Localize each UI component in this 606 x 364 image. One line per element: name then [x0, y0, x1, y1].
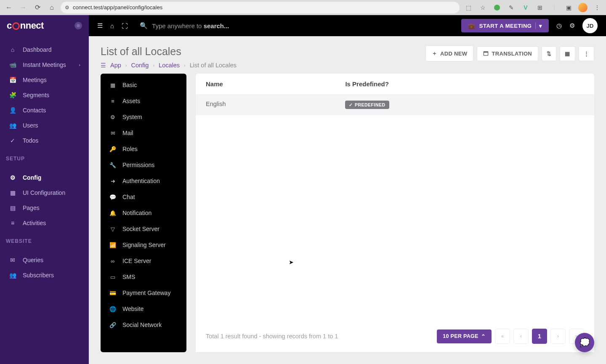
section-setup-label: SETUP	[0, 148, 89, 164]
translation-label: TRANSLATION	[492, 50, 532, 57]
sidebar-item-label: Users	[23, 122, 38, 129]
config-item-basic[interactable]: ▦Basic	[101, 77, 186, 93]
plus-icon: ＋	[432, 50, 437, 57]
sidebar-item-activities[interactable]: ≡Activities	[0, 215, 89, 231]
add-new-button[interactable]: ＋ ADD NEW	[425, 45, 474, 61]
browser-reload-button[interactable]: ⟳	[32, 2, 43, 13]
config-item-socket-server[interactable]: ▽Socket Server	[101, 221, 186, 237]
sidebar-item-users[interactable]: 👥Users	[0, 118, 89, 133]
global-search[interactable]: 🔍 Type anywhere to search...	[136, 22, 454, 29]
translation-button[interactable]: 🗔 TRANSLATION	[477, 46, 538, 61]
grid-view-button[interactable]: ▦	[560, 46, 575, 61]
config-item-label: Notification	[122, 210, 152, 216]
sidebar-item-meetings[interactable]: 📅Meetings	[0, 72, 89, 88]
notification-icon: 🔔	[109, 210, 117, 216]
sidebar-collapse-toggle[interactable]	[74, 22, 82, 29]
brand-logo[interactable]: c nnect	[7, 20, 44, 31]
extensions-icon[interactable]: ⊞	[534, 2, 545, 13]
page-number-button[interactable]: 1	[532, 329, 547, 344]
config-item-signaling-server[interactable]: 📶Signaling Server	[101, 237, 186, 253]
translate-icon: 🗔	[483, 50, 489, 57]
sidebar-item-subscribers[interactable]: 👥Subscribers	[0, 268, 89, 283]
page-prev-button[interactable]: ‹	[513, 329, 529, 344]
pagination: 10 PER PAGE ⌃ « ‹ 1 › »	[437, 329, 584, 344]
sidebar-item-label: Todos	[23, 137, 38, 144]
user-avatar[interactable]: JD	[582, 18, 598, 33]
bookmark-icon[interactable]: ☆	[477, 2, 488, 13]
config-item-social-network[interactable]: 🔗Social Network	[101, 317, 186, 333]
page-first-button[interactable]: «	[495, 329, 510, 344]
sidebar-item-segments[interactable]: 🧩Segments	[0, 88, 89, 103]
table-row[interactable]: English✓PREDEFINED	[196, 95, 594, 115]
pages-icon: ▤	[8, 205, 17, 211]
menu-icon[interactable]: ☰	[97, 22, 103, 29]
config-item-chat[interactable]: 💬Chat	[101, 189, 186, 205]
profile-avatar[interactable]	[577, 2, 588, 13]
column-name-header: Name	[196, 74, 335, 94]
browser-forward-button[interactable]: →	[18, 2, 29, 13]
sidebar-item-pages[interactable]: ▤Pages	[0, 200, 89, 215]
breadcrumb-menu-icon[interactable]: ☰	[101, 62, 106, 69]
extension-icon-3[interactable]: V	[520, 2, 531, 13]
sidebar-item-todos[interactable]: ✓Todos	[0, 133, 89, 148]
divider-icon: |	[549, 2, 560, 13]
config-item-label: System	[122, 114, 142, 120]
breadcrumb-app[interactable]: App	[110, 62, 121, 69]
sidebar-item-config[interactable]: ⚙Config	[0, 170, 89, 185]
config-item-system[interactable]: ⚙System	[101, 109, 186, 125]
todos-icon: ✓	[8, 137, 17, 144]
brand-prefix: c	[7, 20, 12, 31]
sidebar-item-instant-meetings[interactable]: 📹Instant Meetings›	[0, 57, 89, 72]
config-item-permissions[interactable]: 🔧Permissions	[101, 157, 186, 173]
clock-icon[interactable]: ◷	[556, 22, 562, 29]
page-next-button[interactable]: ›	[550, 329, 566, 344]
config-item-payment-gateway[interactable]: 💳Payment Gateway	[101, 285, 186, 301]
per-page-label: 10 PER PAGE	[443, 333, 478, 339]
sort-button[interactable]: ⇅	[542, 46, 556, 61]
config-item-sms[interactable]: ▭SMS	[101, 269, 186, 285]
browser-back-button[interactable]: ←	[3, 2, 14, 13]
browser-url-bar[interactable]: ⚙ connect.test/app/panel/config/locales	[61, 2, 460, 13]
config-item-mail[interactable]: ✉Mail	[101, 125, 186, 141]
per-page-button[interactable]: 10 PER PAGE ⌃	[437, 329, 492, 343]
config-item-roles[interactable]: 🔑Roles	[101, 141, 186, 157]
config-item-ice-server[interactable]: ∞ICE Server	[101, 253, 186, 269]
config-item-website[interactable]: 🌐Website	[101, 301, 186, 317]
badge-label: PREDEFINED	[355, 102, 385, 107]
config-item-authentication[interactable]: ➜Authentication	[101, 173, 186, 189]
sidebar-item-queries[interactable]: ✉Queries	[0, 252, 89, 268]
fullscreen-icon[interactable]: ⛶	[122, 22, 128, 29]
config-item-assets[interactable]: ≡Assets	[101, 93, 186, 109]
sidebar-item-dashboard[interactable]: ⌂Dashboard	[0, 42, 89, 57]
chevron-right-icon: ›	[125, 63, 127, 68]
sidebar-item-ui-configuration[interactable]: ▦UI Configuration	[0, 185, 89, 200]
ice-server-icon: ∞	[109, 258, 117, 264]
breadcrumb-current: List of all Locales	[190, 62, 237, 69]
basic-icon: ▦	[109, 82, 117, 88]
extension-icon-1[interactable]	[492, 2, 502, 13]
sidepanel-icon[interactable]: ▣	[563, 2, 574, 13]
install-app-icon[interactable]: ⬚	[463, 2, 474, 13]
breadcrumb-locales[interactable]: Locales	[159, 62, 180, 69]
config-item-label: Payment Gateway	[122, 290, 170, 296]
cell-name: English	[196, 95, 335, 115]
config-item-notification[interactable]: 🔔Notification	[101, 205, 186, 221]
settings-icon[interactable]: ⚙	[569, 22, 575, 29]
chat-fab-button[interactable]: 💭	[575, 333, 594, 352]
more-actions-button[interactable]: ⋮	[579, 46, 594, 61]
search-placeholder: Type anywhere to search...	[152, 22, 229, 29]
home-icon[interactable]: ⌂	[110, 22, 114, 29]
cell-predefined: ✓PREDEFINED	[335, 95, 594, 115]
config-item-label: Assets	[122, 98, 140, 104]
table-header-row: Name Is Predefined?	[196, 74, 594, 95]
search-icon: 🔍	[140, 22, 148, 29]
sms-icon: ▭	[109, 274, 117, 280]
browser-home-button[interactable]: ⌂	[46, 2, 57, 13]
website-icon: 🌐	[109, 306, 117, 312]
extension-icon-2[interactable]: ✎	[506, 2, 517, 13]
start-meeting-button[interactable]: 💼 START A MEETING ▾	[461, 19, 549, 32]
sidebar-item-contacts[interactable]: 👤Contacts	[0, 103, 89, 118]
breadcrumb-config[interactable]: Config	[131, 62, 149, 69]
chevron-down-icon: ▾	[539, 23, 542, 29]
browser-menu-icon[interactable]: ⋮	[592, 2, 603, 13]
